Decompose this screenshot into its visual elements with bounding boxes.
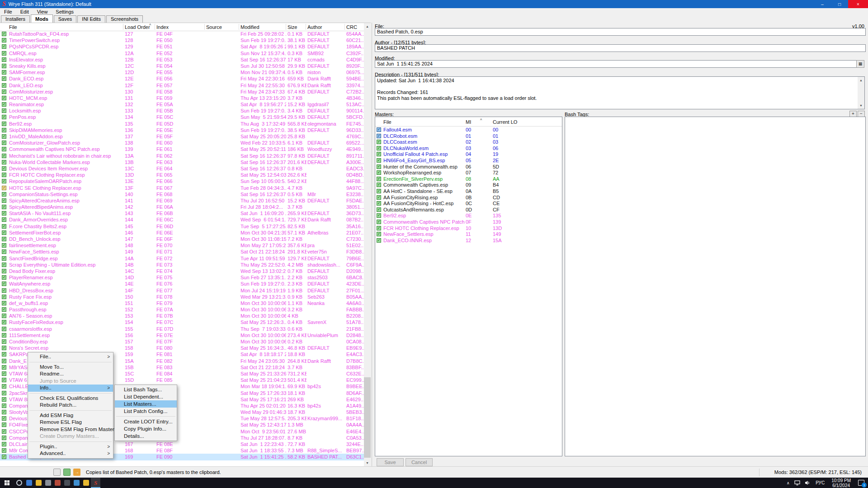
- menu-file[interactable]: File: [0, 9, 16, 14]
- checkbox-icon[interactable]: ✓: [2, 134, 6, 139]
- mod-row[interactable]: ✓FCR HOTC Clothing Replacer.esp13DFE 065…: [0, 172, 364, 178]
- mod-row[interactable]: ✓Commonwealth Captives NPC Patch.esp139F…: [0, 146, 364, 152]
- checkbox-icon[interactable]: ✓: [2, 57, 6, 62]
- start-button[interactable]: [0, 478, 14, 488]
- master-row[interactable]: ✓Hunter of the Commonwealth.esp065D: [375, 164, 562, 170]
- checkbox-icon[interactable]: ✓: [2, 186, 6, 190]
- mod-row[interactable]: ✓SanctFixedBridge.esp14AFE 072Tue Apr 11…: [0, 255, 364, 262]
- scroll-up-icon[interactable]: ▲: [364, 23, 371, 30]
- checkbox-icon[interactable]: ✓: [2, 263, 6, 267]
- arrow-icon[interactable]: →: [73, 469, 80, 476]
- wrye-flash-taskbar-button[interactable]: S: [91, 478, 100, 488]
- remove-tag-button[interactable]: −: [858, 111, 865, 117]
- checkbox-icon[interactable]: ✓: [2, 352, 6, 357]
- checkbox-icon[interactable]: ✓: [2, 141, 6, 145]
- tab-mods[interactable]: Mods: [31, 14, 53, 23]
- checkbox-icon[interactable]: ✓: [2, 122, 6, 126]
- cancel-button[interactable]: Cancel: [406, 458, 433, 466]
- mod-row[interactable]: ✓TimerPowerSwitch.esp128FE 050Sun Feb 19…: [0, 37, 364, 43]
- mod-row[interactable]: ✓PenPos.esp134FE 05CSun May 5 21:59:54..…: [0, 114, 364, 120]
- author-field[interactable]: BASHED PATCH: [375, 44, 866, 52]
- scroll-down-icon[interactable]: ▼: [858, 102, 864, 109]
- column-header-author[interactable]: Author: [307, 24, 345, 30]
- menu-settings[interactable]: Settings: [52, 9, 78, 14]
- mod-row[interactable]: ✓F.core Chastity Belts2.esp145FE 06DTue …: [0, 223, 364, 230]
- mod-row[interactable]: ✓HOTC_MCM.esp131FE 059Thu Apr 13 23:15:2…: [0, 95, 364, 101]
- mod-row[interactable]: ✓ComMoisturizer.esp130FE 058Fri May 24 2…: [0, 89, 364, 95]
- checkbox-icon[interactable]: ✓: [377, 238, 381, 243]
- menu-item-info[interactable]: Info..>: [28, 385, 113, 392]
- menu-item-create-dummy-masters[interactable]: Create Dummy Masters...: [28, 433, 113, 440]
- app-browser-taskbar-button[interactable]: [72, 478, 81, 488]
- tab-saves[interactable]: Saves: [54, 15, 77, 23]
- modified-field[interactable]: Sat Jun 1 15:41:25 2024: [375, 60, 857, 68]
- menu-item-rebuild-patch[interactable]: Rebuild Patch...: [28, 402, 113, 409]
- save-button[interactable]: Save: [377, 458, 404, 466]
- master-row[interactable]: ✓DLCNukaWorld.esm0306: [375, 145, 562, 152]
- mod-row[interactable]: ✓1nivDD_MaleAddon.esp137FE 05FSat May 25…: [0, 133, 364, 140]
- checkbox-icon[interactable]: ✓: [377, 195, 381, 200]
- scroll-down-icon[interactable]: ▼: [364, 460, 371, 466]
- master-row[interactable]: ✓Fallout4.esm0000: [375, 127, 562, 133]
- scroll-up-icon[interactable]: ▲: [858, 77, 864, 84]
- mod-row[interactable]: ✓Ber92.esp135FE 05DThu Aug 3 17:32:49 ..…: [0, 121, 364, 127]
- column-header-source[interactable]: Source: [206, 24, 239, 30]
- checkbox-icon[interactable]: ✓: [2, 217, 6, 222]
- checkbox-icon[interactable]: ✓: [2, 230, 6, 235]
- master-row[interactable]: ✓Dank_ECO-INNR.esp1215A: [375, 238, 562, 244]
- menu-item-add-esm-flag[interactable]: Add ESM Flag: [28, 412, 113, 419]
- tray-chevron-icon[interactable]: ∧: [783, 478, 793, 488]
- mods-scrollbar[interactable]: ▲ ▼: [364, 23, 371, 466]
- checkbox-icon[interactable]: ✓: [2, 314, 6, 318]
- checkbox-icon[interactable]: ✓: [377, 207, 381, 212]
- menu-item-advanced[interactable]: Advanced..>: [28, 450, 113, 457]
- checkbox-icon[interactable]: ✓: [2, 96, 6, 100]
- menu-item-list-bash-tags[interactable]: List Bash Tags...: [115, 386, 177, 393]
- checkbox-icon[interactable]: ✓: [2, 295, 6, 299]
- checkbox-icon[interactable]: ✓: [2, 160, 6, 164]
- mod-row[interactable]: ✓Locksmith.esp133FE 05BSun Feb 19 19:27:…: [0, 108, 364, 114]
- checkbox-icon[interactable]: ✓: [377, 183, 381, 187]
- mod-row[interactable]: ✓SkipDiMAMemories.esp136FE 05ESun Feb 19…: [0, 127, 364, 133]
- mod-row[interactable]: ✓CompanionStatus-Settings.esp140FE 068Sa…: [0, 191, 364, 197]
- menu-item-copy-plugin-info[interactable]: Copy Plugin Info...: [115, 425, 177, 432]
- mod-row[interactable]: ✓SpicyAlteredCreatureAnims.esp141FE 069T…: [0, 197, 364, 204]
- checkbox-icon[interactable]: ✓: [2, 237, 6, 241]
- mod-row[interactable]: ✓Dank_ECO.esp12EFE 056Fri May 24 22:30:1…: [0, 75, 364, 82]
- mod-row[interactable]: ✓DD_Bench_Unlock.esp147FE 06FMon Oct 30 …: [0, 236, 364, 242]
- masters-column-file[interactable]: File: [383, 119, 465, 125]
- master-row[interactable]: ✓Unofficial Fallout 4 Patch.esp0419: [375, 151, 562, 158]
- mod-row[interactable]: ✓CMRQL.esp12AFE 052Sun Nov 12 15:37:4...…: [0, 50, 364, 56]
- tab-screenshots[interactable]: Screenshots: [106, 15, 143, 23]
- menu-view[interactable]: View: [33, 9, 52, 14]
- checkbox-icon[interactable]: ✓: [2, 422, 6, 427]
- action-center-button[interactable]: 1: [854, 478, 868, 488]
- checkbox-icon[interactable]: ✓: [2, 224, 6, 229]
- mod-row[interactable]: ✓111Settlement.esp156FE 07EMon Oct 30 10…: [0, 332, 364, 338]
- master-row[interactable]: ✓ErectionFix_SilverPerv.esp08AA: [375, 176, 562, 183]
- column-header-file[interactable]: File: [9, 24, 121, 30]
- network-icon[interactable]: [793, 478, 802, 488]
- app-window-taskbar-button[interactable]: [24, 478, 34, 488]
- column-header-index[interactable]: Index: [156, 24, 203, 30]
- app-dark-taskbar-button[interactable]: [62, 478, 72, 488]
- checkbox-icon[interactable]: ✓: [377, 164, 381, 169]
- masters-column-mi[interactable]: MI: [466, 119, 486, 125]
- checkbox-icon[interactable]: ✓: [2, 211, 6, 216]
- menu-item-create-loot-entry[interactable]: Create LOOT Entry...: [115, 418, 177, 425]
- file-field[interactable]: Bashed Patch, 0.esp: [375, 28, 866, 36]
- master-row[interactable]: ✓Ber92.esp0E135: [375, 213, 562, 219]
- mod-row[interactable]: ✓Nora's Secret.esp158FE 080Sat May 25 16…: [0, 345, 364, 351]
- checkbox-icon[interactable]: ✓: [2, 346, 6, 350]
- checkbox-icon[interactable]: ✓: [2, 173, 6, 177]
- checkbox-icon[interactable]: ✓: [2, 256, 6, 261]
- mod-row[interactable]: ✓SettlementFixerBot.esp146FE 06EMon Oct …: [0, 230, 364, 236]
- maximize-button[interactable]: □: [831, 0, 848, 8]
- checkbox-icon[interactable]: ✓: [2, 301, 6, 305]
- mod-row[interactable]: ✓Dank_ArmorOverrides.esp144FE 06CWed Sep…: [0, 216, 364, 223]
- checkbox-icon[interactable]: ✓: [2, 192, 6, 197]
- column-header-modified[interactable]: Modified: [241, 24, 286, 30]
- checkbox-icon[interactable]: ✓: [2, 76, 6, 81]
- checkbox-icon[interactable]: ✓: [2, 128, 6, 132]
- checkbox-icon[interactable]: ✓: [2, 166, 6, 171]
